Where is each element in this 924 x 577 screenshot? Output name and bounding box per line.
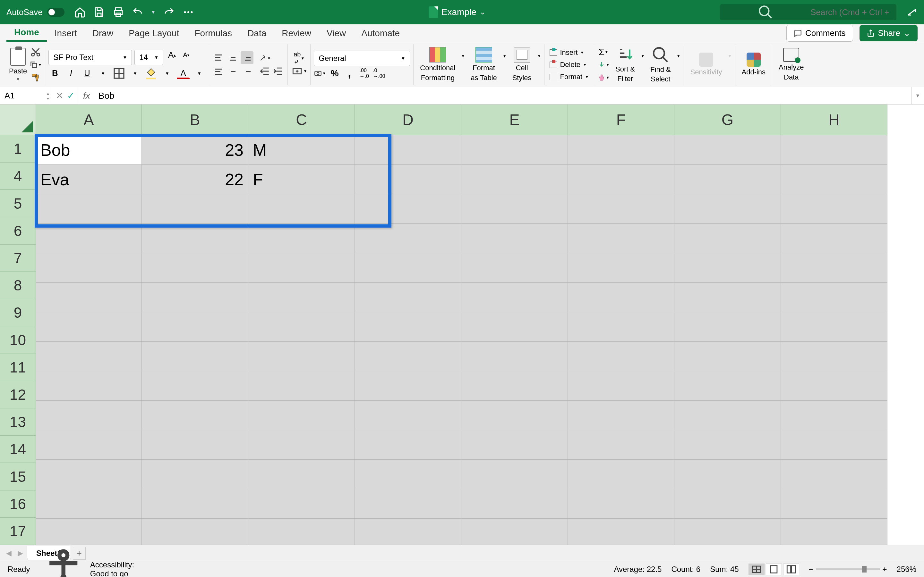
zoom-out-icon[interactable]: − <box>809 565 813 574</box>
row-header-14[interactable]: 14 <box>0 436 36 463</box>
comma-button[interactable]: , <box>343 68 355 79</box>
ribbon-mode-icon[interactable] <box>906 6 918 18</box>
wrap-text-button[interactable]: ab⤶▼ <box>291 53 307 64</box>
copy-icon[interactable]: ▼ <box>29 59 42 70</box>
spreadsheet-grid[interactable]: A B C D E F G H 1 4 5 6 7 8 9 10 11 12 1… <box>0 105 924 545</box>
tab-home[interactable]: Home <box>6 25 47 42</box>
font-color-button[interactable]: A <box>177 67 190 80</box>
comments-button[interactable]: Comments <box>787 25 853 42</box>
row-header-17[interactable]: 17 <box>0 518 36 545</box>
chevron-down-icon[interactable]: ▼ <box>16 77 20 82</box>
chevron-down-icon[interactable]: ⌄ <box>903 28 911 38</box>
col-header-A[interactable]: A <box>36 105 142 135</box>
font-family-selector[interactable]: SF Pro Text▼ <box>48 50 132 65</box>
align-top-right[interactable] <box>241 51 254 64</box>
format-as-table-button[interactable]: Format as Table <box>467 47 500 82</box>
zoom-in-icon[interactable]: + <box>883 565 887 574</box>
col-header-F[interactable]: F <box>568 105 674 135</box>
toggle-switch[interactable] <box>47 8 65 17</box>
row-header-8[interactable]: 8 <box>0 272 36 299</box>
cancel-icon[interactable]: ✕ <box>56 90 63 101</box>
row-header-10[interactable]: 10 <box>0 326 36 354</box>
paste-button[interactable]: Paste ▼ <box>9 48 27 82</box>
row-header-6[interactable]: 6 <box>0 218 36 245</box>
insert-cells-button[interactable]: Insert▼ <box>548 47 591 58</box>
merge-button[interactable]: ▼ <box>291 66 307 77</box>
delete-cells-button[interactable]: Delete▼ <box>548 60 591 70</box>
col-header-G[interactable]: G <box>674 105 781 135</box>
underline-dropdown[interactable]: ▼ <box>97 67 110 80</box>
align-right[interactable] <box>241 65 254 78</box>
decrease-indent[interactable] <box>258 66 271 77</box>
borders-button[interactable] <box>113 67 126 80</box>
tab-draw[interactable]: Draw <box>85 26 121 41</box>
page-break-view-button[interactable] <box>783 564 799 575</box>
tab-formulas[interactable]: Formulas <box>187 26 240 41</box>
row-header-15[interactable]: 15 <box>0 463 36 490</box>
cell-E1[interactable] <box>461 135 568 165</box>
col-header-B[interactable]: B <box>142 105 248 135</box>
row-header-5[interactable]: 5 <box>0 190 36 217</box>
more-icon[interactable] <box>183 6 194 18</box>
font-color-dropdown[interactable]: ▼ <box>193 67 206 80</box>
tab-page-layout[interactable]: Page Layout <box>121 26 187 41</box>
conditional-formatting-button[interactable]: Conditional Formatting <box>417 47 459 82</box>
zoom-percent[interactable]: 256% <box>897 565 916 574</box>
decrease-font-icon[interactable]: A▾ <box>180 50 192 61</box>
row-header-12[interactable]: 12 <box>0 381 36 408</box>
zoom-slider[interactable]: − + <box>809 565 887 574</box>
cell-F4[interactable] <box>568 165 674 194</box>
row-header-13[interactable]: 13 <box>0 408 36 436</box>
orientation-button[interactable]: ▼ <box>258 53 271 64</box>
cell-B4[interactable]: 22 <box>142 165 248 194</box>
tab-data[interactable]: Data <box>240 26 274 41</box>
share-button[interactable]: Share ⌄ <box>859 25 918 41</box>
formula-expand-icon[interactable]: ▼ <box>911 87 924 104</box>
autosave-toggle[interactable]: AutoSave <box>6 7 65 17</box>
save-icon[interactable] <box>94 6 105 18</box>
bold-button[interactable]: B <box>48 67 61 80</box>
addins-button[interactable]: Add-ins <box>738 53 769 76</box>
page-layout-view-button[interactable] <box>766 564 782 575</box>
italic-button[interactable]: I <box>65 67 78 80</box>
cell-C1[interactable]: M <box>248 135 355 165</box>
tab-view[interactable]: View <box>319 26 354 41</box>
sort-filter-button[interactable]: Sort & Filter <box>612 46 638 83</box>
fill-color-button[interactable] <box>145 67 158 80</box>
undo-dropdown[interactable]: ▼ <box>151 10 156 15</box>
normal-view-button[interactable] <box>748 564 764 575</box>
cell-G1[interactable] <box>674 135 781 165</box>
currency-button[interactable]: ▼ <box>314 68 326 79</box>
print-icon[interactable] <box>113 6 124 18</box>
fill-dropdown[interactable]: ▼ <box>161 67 174 80</box>
fill-button[interactable]: ▼ <box>598 59 610 70</box>
sheet-prev-icon[interactable]: ◀ <box>4 548 13 558</box>
analyze-data-button[interactable]: Analyze Data <box>775 48 807 81</box>
underline-button[interactable]: U <box>81 67 94 80</box>
autosum-button[interactable]: Σ▼ <box>598 47 610 57</box>
chevron-down-icon[interactable]: ⌄ <box>480 8 485 16</box>
col-header-E[interactable]: E <box>461 105 568 135</box>
cell-F1[interactable] <box>568 135 674 165</box>
home-icon[interactable] <box>74 6 86 18</box>
cell-A1[interactable]: Bob <box>36 135 142 165</box>
tab-review[interactable]: Review <box>274 26 319 41</box>
accept-icon[interactable]: ✓ <box>67 90 74 101</box>
tab-automate[interactable]: Automate <box>354 26 407 41</box>
col-header-D[interactable]: D <box>355 105 461 135</box>
zoom-track[interactable] <box>816 568 880 570</box>
search-box[interactable] <box>720 4 897 20</box>
zoom-thumb[interactable] <box>862 566 867 572</box>
align-left[interactable] <box>212 65 225 78</box>
align-top-left[interactable] <box>212 51 225 64</box>
cell-H4[interactable] <box>781 165 887 194</box>
document-title[interactable]: Example ⌄ <box>194 6 720 18</box>
row-header-11[interactable]: 11 <box>0 354 36 381</box>
cell-styles-button[interactable]: Cell Styles <box>509 47 535 82</box>
row-header-1[interactable]: 1 <box>0 135 36 163</box>
redo-icon[interactable] <box>163 6 175 18</box>
align-center[interactable] <box>226 65 239 78</box>
col-header-C[interactable]: C <box>248 105 355 135</box>
cell-B1[interactable]: 23 <box>142 135 248 165</box>
name-box[interactable]: A1 ▴▾ <box>0 87 51 104</box>
